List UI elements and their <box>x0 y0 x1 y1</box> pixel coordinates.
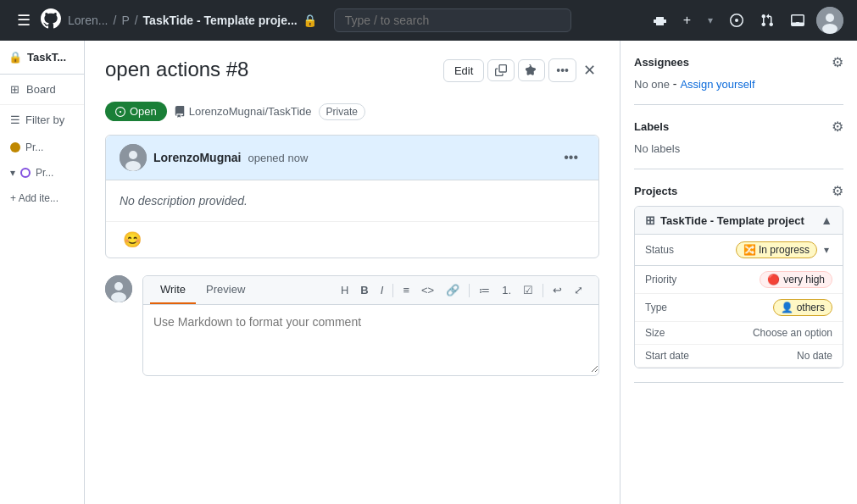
comment-input-box: Write Preview H B I ≡ <> 🔗 ≔ <box>142 275 599 376</box>
projects-title: Projects <box>634 185 677 197</box>
issue-title: open actions #8 <box>105 58 248 81</box>
sidebar-filter[interactable]: ☰ Filter by <box>0 105 84 135</box>
puzzle-icon-button[interactable] <box>648 10 671 30</box>
priority-tag[interactable]: 🔴 very high <box>760 271 832 288</box>
comment-header-left: LorenzoMugnai opened now <box>120 144 308 171</box>
comment-thread: LorenzoMugnai opened now ••• No descript… <box>105 135 599 258</box>
labels-gear-icon[interactable]: ⚙ <box>832 119 843 135</box>
tab-preview[interactable]: Preview <box>196 276 255 304</box>
toolbar-fullscreen[interactable]: ⤢ <box>569 280 588 300</box>
board-icon: ⊞ <box>10 83 19 96</box>
lock-small-icon: 🔒 <box>8 51 22 64</box>
filter-icon: ☰ <box>10 114 20 126</box>
toolbar-checklist[interactable]: ☑ <box>518 280 538 300</box>
toolbar-unordered-list[interactable]: ≔ <box>474 280 495 300</box>
search-box[interactable] <box>334 8 571 32</box>
repo-link[interactable]: LorenzoMugnai/TaskTide <box>174 105 312 118</box>
assignees-title: Assignees <box>634 56 689 69</box>
lock-icon: 🔒 <box>303 14 317 27</box>
svg-point-5 <box>125 161 141 171</box>
status-label: Open <box>130 105 157 118</box>
toolbar-blockquote[interactable]: ≡ <box>398 280 415 300</box>
issue-meta: Open LorenzoMugnai/TaskTide Private <box>105 102 599 121</box>
breadcrumb-title[interactable]: TaskTide - Template proje... <box>143 14 298 27</box>
sidebar-group-item-1[interactable]: Pr... <box>0 135 84 160</box>
labels-section: Labels ⚙ No labels <box>634 119 843 169</box>
labels-title: Labels <box>634 120 669 133</box>
add-comment-section: Write Preview H B I ≡ <> 🔗 ≔ <box>105 275 599 376</box>
toolbar-separator-3 <box>543 284 543 297</box>
priority-value: very high <box>783 274 825 285</box>
assign-yourself-link[interactable]: Assign yourself <box>680 78 754 91</box>
comment-more-options[interactable]: ••• <box>557 146 585 169</box>
labels-value: No labels <box>634 142 680 155</box>
user-avatar[interactable] <box>816 7 843 34</box>
copy-button[interactable] <box>487 59 515 81</box>
toolbar-ordered-list[interactable]: 1. <box>497 280 516 300</box>
toolbar-code[interactable]: <> <box>416 280 439 300</box>
projects-header: Projects ⚙ <box>634 183 843 199</box>
issue-description: No description provided. <box>120 194 248 208</box>
issue-content-area: open actions #8 Edit ••• ✕ Open <box>85 41 620 504</box>
sidebar-item-board[interactable]: ⊞ Board <box>0 75 84 105</box>
svg-point-2 <box>822 24 838 34</box>
breadcrumb: Loren... / P / TaskTide - Template proje… <box>68 14 317 27</box>
pin-button[interactable] <box>518 59 545 81</box>
plus-button[interactable]: + <box>678 9 696 31</box>
size-value[interactable]: Choose an option <box>753 327 832 339</box>
close-panel-button[interactable]: ✕ <box>580 58 599 83</box>
assignees-gear-icon[interactable]: ⚙ <box>832 54 843 70</box>
breadcrumb-sep1: / <box>113 14 116 27</box>
no-assignee-text: No one <box>634 78 670 91</box>
comment-toolbar: H B I ≡ <> 🔗 ≔ 1. ☑ ↩ <box>332 277 592 303</box>
comment-textarea[interactable] <box>143 305 598 373</box>
collapse-project-button[interactable]: ▲ <box>821 213 832 227</box>
comment-header: LorenzoMugnai opened now ••• <box>106 136 598 180</box>
toolbar-heading[interactable]: H <box>336 280 353 300</box>
board-item-label: Board <box>26 83 56 96</box>
svg-point-4 <box>129 151 137 159</box>
toolbar-separator-1 <box>392 284 393 297</box>
toolbar-italic[interactable]: I <box>376 280 389 300</box>
issue-header-actions: Edit ••• ✕ <box>443 58 599 83</box>
svg-point-7 <box>114 282 123 291</box>
circle-purple-icon <box>20 168 31 178</box>
add-item-button[interactable]: + Add ite... <box>0 186 84 211</box>
type-tag[interactable]: 👤 others <box>773 299 832 316</box>
search-input[interactable] <box>334 8 571 32</box>
tab-write[interactable]: Write <box>150 276 196 304</box>
breadcrumb-project[interactable]: P <box>121 14 129 27</box>
size-field-label: Size <box>645 327 704 339</box>
status-dropdown-button[interactable]: ▾ <box>821 242 832 258</box>
github-logo[interactable] <box>41 8 61 33</box>
main-content: open actions #8 Edit ••• ✕ Open <box>85 41 857 504</box>
priority-field-label: Priority <box>645 274 704 285</box>
git-pr-icon[interactable] <box>755 10 779 30</box>
labels-header: Labels ⚙ <box>634 119 843 135</box>
comment-body: No description provided. <box>106 180 598 221</box>
toolbar-bold[interactable]: B <box>355 280 373 300</box>
circle-dot-icon[interactable] <box>725 10 748 30</box>
start-date-value[interactable]: No date <box>797 350 832 362</box>
sidebar-group-item-2[interactable]: ▾ Pr... <box>0 160 84 186</box>
hamburger-icon[interactable]: ☰ <box>14 8 34 33</box>
more-options-button[interactable]: ••• <box>548 58 576 82</box>
inbox-icon[interactable] <box>786 10 810 30</box>
emoji-reaction-button[interactable]: 😊 <box>120 229 145 251</box>
toolbar-separator-2 <box>469 284 470 297</box>
edit-button[interactable]: Edit <box>443 59 484 82</box>
project-card-header: ⊞ TaskTide - Template project ▲ <box>635 207 843 235</box>
projects-gear-icon[interactable]: ⚙ <box>832 183 843 199</box>
breadcrumb-user[interactable]: Loren... <box>68 14 108 27</box>
assignees-value: No one - Assign yourself <box>634 77 843 91</box>
status-badge: Open <box>105 102 167 121</box>
assignees-section: Assignees ⚙ No one - Assign yourself <box>634 54 843 105</box>
filter-label: Filter by <box>25 114 64 126</box>
issue-panel: open actions #8 Edit ••• ✕ Open <box>85 41 857 504</box>
toolbar-link[interactable]: 🔗 <box>441 280 465 300</box>
comment-author[interactable]: LorenzoMugnai <box>153 151 241 164</box>
chevron-down-icon[interactable]: ▾ <box>703 11 718 30</box>
toolbar-undo[interactable]: ↩ <box>548 280 567 300</box>
nav-action-icons: + ▾ <box>648 7 843 34</box>
status-badge-value[interactable]: 🔀 In progress <box>736 241 817 258</box>
